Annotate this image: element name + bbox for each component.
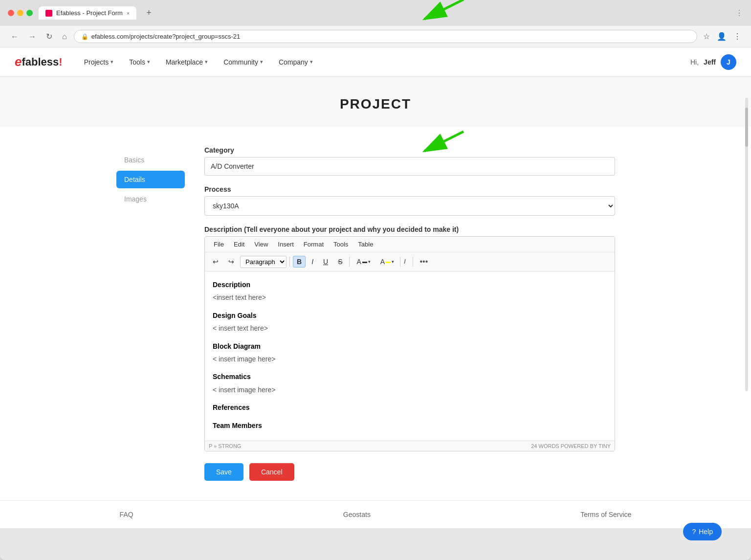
address-text: efabless.com/projects/create?project_gro… [91,33,690,40]
tab-title: Efabless - Project Form [56,9,123,17]
editor-menu-table[interactable]: Table [353,239,378,250]
sidebar-item-basics[interactable]: Basics [116,151,185,169]
footer-faq[interactable]: FAQ [120,511,133,518]
main-content: Basics Details Images Category Proc [107,127,644,500]
refresh-btn[interactable]: ↻ [43,30,55,43]
footer-geostats[interactable]: Geostats [343,511,371,518]
more-options-btn[interactable]: ••• [416,255,432,268]
tab-favicon [45,10,52,17]
editor-heading-block: Block Diagram [213,341,607,352]
nav-item-projects[interactable]: Projects ▾ [77,54,121,70]
editor-para-goals: < insert text here> [213,323,607,334]
editor-status-right: 24 WORDS POWERED BY TINY [531,443,611,449]
user-profile-btn[interactable]: 👤 [715,30,729,43]
process-select[interactable]: sky130A sky130B gf180mcu [204,196,615,216]
maximize-window-btn[interactable] [26,10,33,16]
editor-menu-view[interactable]: View [249,239,273,250]
address-bar[interactable]: 🔒 efabless.com/projects/create?project_g… [74,30,697,43]
save-button[interactable]: Save [204,463,243,481]
new-tab-btn[interactable]: + [142,6,155,20]
superscript-btn[interactable]: I [400,256,409,267]
page-content: e fabless! Projects ▾ Tools ▾ Marketplac… [0,47,751,528]
help-label: Help [699,528,713,536]
highlight-btn[interactable]: A ▾ [376,256,398,268]
browser-tab[interactable]: Efabless - Project Form × [39,6,136,20]
page-header: PROJECT [0,77,751,127]
logo[interactable]: e fabless! [15,54,63,69]
home-btn[interactable]: ⌂ [59,30,70,43]
minimize-window-btn[interactable] [17,10,23,16]
nav-item-tools[interactable]: Tools ▾ [122,54,157,70]
page-footer: FAQ Geostats Terms of Service [0,500,751,528]
editor-container: File Edit View Insert Format Tools Table… [204,236,615,451]
tab-close-btn[interactable]: × [127,10,130,16]
process-group: Process sky130A sky130B gf180mcu [204,185,615,216]
bookmark-btn[interactable]: ☆ [701,30,712,43]
category-input[interactable] [204,157,615,176]
navbar: e fabless! Projects ▾ Tools ▾ Marketplac… [0,47,751,77]
nav-item-community[interactable]: Community ▾ [217,54,270,70]
editor-para-block: < insert image here> [213,354,607,364]
chevron-down-icon: ▾ [110,59,113,65]
text-color-btn[interactable]: A ▾ [353,256,374,268]
strikethrough-btn[interactable]: S [334,256,346,268]
browser-toolbar: ← → ↻ ⌂ 🔒 efabless.com/projects/create?p… [0,26,751,47]
underline-btn[interactable]: U [319,256,332,268]
forward-btn[interactable]: → [25,30,39,43]
editor-heading-team: Team Members [213,420,607,431]
close-window-btn[interactable] [8,10,14,16]
chevron-color-icon: ▾ [368,259,371,264]
form-area: Category Process sky130A sky130B gf180mc… [204,146,615,481]
toolbar-separator-3 [413,257,413,267]
help-circle-icon: ? [692,528,696,536]
back-btn[interactable]: ← [8,30,22,43]
toolbar-separator-2 [349,257,350,267]
category-label: Category [204,146,615,154]
editor-body[interactable]: Description <insert text here> Design Go… [205,271,615,441]
navbar-right: Hi, Jeff J [690,54,736,70]
category-group: Category [204,146,615,176]
greeting-text: Hi, [690,58,699,66]
editor-status-left: P » STRONG [209,443,241,449]
cancel-button[interactable]: Cancel [249,463,294,481]
scrollbar-thumb[interactable] [745,108,748,147]
user-avatar[interactable]: J [721,54,736,70]
editor-statusbar: P » STRONG 24 WORDS POWERED BY TINY [205,441,615,451]
logo-text: fabless! [22,56,62,68]
sidebar-item-details[interactable]: Details [116,171,185,188]
nav-item-marketplace[interactable]: Marketplace ▾ [159,54,215,70]
process-label: Process [204,185,615,193]
chevron-down-icon: ▾ [260,59,263,65]
editor-menu-insert[interactable]: Insert [273,239,299,250]
undo-btn[interactable]: ↩ [209,256,222,268]
editor-heading-references: References [213,402,607,413]
browser-settings-btn[interactable]: ⋮ [731,30,743,43]
sidebar: Basics Details Images [116,146,185,481]
paragraph-style-select[interactable]: Paragraph Heading 1 Heading 2 [240,256,287,268]
nav-item-company[interactable]: Company ▾ [272,54,320,70]
editor-menu-edit[interactable]: Edit [229,239,249,250]
footer-tos[interactable]: Terms of Service [580,511,631,518]
chevron-down-icon: ▾ [147,59,150,65]
redo-btn[interactable]: ↪ [224,256,238,268]
editor-menu-file[interactable]: File [209,239,229,250]
sidebar-item-images[interactable]: Images [116,190,185,208]
help-button[interactable]: ? Help [683,523,722,540]
toolbar-separator [289,257,290,267]
editor-menu-format[interactable]: Format [299,239,329,250]
highlight-swatch [386,262,391,263]
editor-menu-tools[interactable]: Tools [329,239,353,250]
chevron-down-icon: ▾ [205,59,208,65]
browser-titlebar: Efabless - Project Form × + ⋮ [0,0,751,26]
editor-toolbar: ↩ ↪ Paragraph Heading 1 Heading 2 B I U [205,252,615,271]
page-title: PROJECT [0,96,751,112]
lock-icon: 🔒 [81,33,88,40]
bold-btn[interactable]: B [293,256,306,268]
logo-e: e [15,54,22,69]
chevron-highlight-icon: ▾ [392,259,394,264]
italic-btn[interactable]: I [308,256,317,268]
editor-heading-goals: Design Goals [213,310,607,321]
text-color-swatch [362,262,367,263]
browser-menu-btn[interactable]: ⋮ [735,9,743,17]
scrollbar[interactable] [745,98,748,391]
